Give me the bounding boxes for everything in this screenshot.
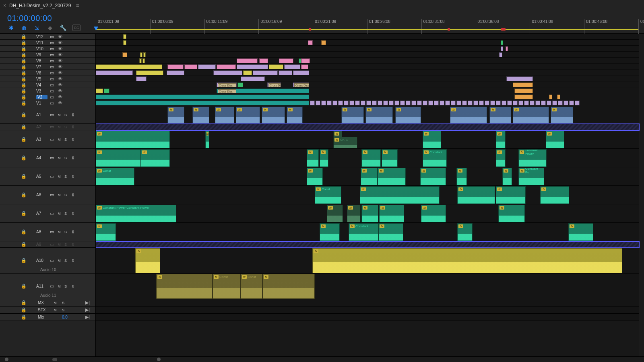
video-clip[interactable]	[269, 64, 283, 69]
summary-track[interactable]: 🔒Mix0.0▶|	[0, 314, 95, 321]
solo-button[interactable]: S	[63, 211, 68, 216]
eye-icon[interactable]: 👁	[56, 76, 64, 82]
audio-clip[interactable]: fx	[141, 149, 170, 167]
lock-icon[interactable]: 🔒	[20, 315, 27, 320]
track-name[interactable]: V9	[36, 53, 47, 57]
video-clip[interactable]	[506, 46, 508, 51]
track-name[interactable]: A11	[36, 284, 47, 288]
audio-clip[interactable]: fx	[287, 107, 303, 123]
video-clip[interactable]	[301, 58, 310, 63]
source-patch-icon[interactable]: ▭	[48, 52, 56, 58]
time-ruler[interactable]: 01:00:01:0901:00:06:0901:00:11:0901:00:1…	[96, 11, 644, 33]
voiceover-mic-icon[interactable]: 🎙	[69, 284, 76, 289]
skip-icon[interactable]: ▶|	[85, 315, 90, 320]
lock-icon[interactable]: 🔒	[20, 64, 27, 70]
video-clip[interactable]: Cross Diss	[267, 82, 281, 87]
audio-clip[interactable]: fx	[205, 131, 209, 148]
audio-clip[interactable]: fx	[167, 107, 184, 123]
video-track-header[interactable]: 🔒V9▭👁	[0, 52, 95, 58]
mute-button[interactable]: M	[56, 229, 62, 235]
track-name[interactable]: A7	[36, 211, 47, 216]
source-patch-icon[interactable]: ▭	[48, 58, 56, 64]
track-lane[interactable]	[96, 100, 639, 106]
video-clip[interactable]	[279, 70, 292, 75]
track-name[interactable]: V11	[36, 41, 47, 45]
track-lane[interactable]	[96, 58, 639, 64]
video-clip[interactable]	[514, 95, 533, 99]
source-patch-icon[interactable]: ▭	[48, 46, 56, 51]
track-name[interactable]: V12	[36, 35, 47, 39]
track-lane[interactable]	[96, 76, 639, 82]
video-track-header[interactable]: 🔒V8▭👁	[0, 58, 95, 64]
track-name[interactable]: A3	[36, 137, 47, 142]
video-clip[interactable]: Cross Diss	[217, 88, 309, 93]
source-patch-icon[interactable]: ▭	[48, 40, 56, 45]
video-clip[interactable]	[136, 76, 147, 81]
eye-icon[interactable]: 👁	[56, 94, 64, 100]
audio-clip[interactable]: fx	[215, 107, 234, 123]
video-clip[interactable]	[136, 70, 163, 75]
sequence-title[interactable]: DH_HJ-Desire_v2.2_200729	[9, 3, 71, 8]
track-name[interactable]: MX	[38, 300, 50, 305]
audio-clip[interactable]: fx	[341, 107, 364, 123]
video-clip[interactable]	[122, 52, 127, 57]
lock-icon[interactable]: 🔒	[20, 82, 27, 88]
lock-icon[interactable]: 🔒	[20, 40, 27, 45]
audio-track-header[interactable]: 🔒A11▭MS🎙Audio 11	[0, 274, 95, 299]
video-clip[interactable]	[501, 40, 503, 45]
video-clip[interactable]	[104, 88, 109, 93]
audio-clip[interactable]: fx	[312, 248, 622, 273]
video-track-header[interactable]: 🔒V12▭👁	[0, 34, 95, 40]
solo-button[interactable]: S	[60, 300, 66, 306]
audio-clip[interactable]: fxConstant Power	[518, 149, 547, 167]
voiceover-mic-icon[interactable]: 🎙	[69, 192, 76, 198]
audio-clip[interactable]: fx	[378, 223, 403, 241]
lock-icon[interactable]: 🔒	[20, 211, 27, 216]
lock-icon[interactable]: 🔒	[20, 52, 27, 58]
video-clip[interactable]	[301, 64, 308, 69]
panel-menu-icon[interactable]: ≡	[76, 2, 79, 9]
source-patch-icon[interactable]: ▭	[48, 70, 56, 76]
voiceover-mic-icon[interactable]: 🎙	[69, 174, 76, 179]
lock-icon[interactable]: 🔒	[20, 76, 27, 82]
mute-button[interactable]: M	[56, 124, 62, 130]
track-lane[interactable]: fxConstant Power Constant Powerfxfxfxfxf…	[96, 204, 639, 223]
audio-track-header[interactable]: 🔒A2▭MS🎙	[0, 124, 95, 130]
lock-icon[interactable]: 🔒	[20, 34, 27, 39]
eye-icon[interactable]: 👁	[56, 88, 64, 94]
magnet-icon[interactable]: ⋒	[21, 25, 27, 31]
audio-clip[interactable]: fx	[262, 107, 285, 123]
track-lane[interactable]	[96, 64, 639, 70]
solo-button[interactable]: S	[63, 174, 68, 179]
eye-icon[interactable]: 👁	[56, 34, 64, 39]
lock-icon[interactable]: 🔒	[20, 307, 27, 313]
track-name[interactable]: SFX	[38, 308, 50, 312]
track-name[interactable]: A9	[36, 242, 47, 247]
source-patch-icon[interactable]: ▭	[48, 112, 56, 118]
track-lane[interactable]: fxfx	[96, 248, 639, 274]
audio-clip[interactable]: fx	[361, 205, 378, 222]
audio-clip[interactable]: fx	[502, 168, 512, 185]
eye-icon[interactable]: 👁	[56, 100, 64, 106]
voiceover-mic-icon[interactable]: 🎙	[69, 211, 76, 216]
track-name[interactable]: V3	[36, 89, 47, 93]
lock-icon[interactable]: 🔒	[20, 284, 27, 289]
audio-clip[interactable]: fxConst	[241, 274, 262, 299]
track-name[interactable]: A5	[36, 174, 47, 179]
audio-clip[interactable]: fx	[307, 168, 323, 185]
audio-clip[interactable]: fx	[96, 223, 116, 241]
audio-track-header[interactable]: 🔒A5▭MS🎙	[0, 167, 95, 186]
audio-clip[interactable]: fx	[236, 107, 260, 123]
lock-icon[interactable]: 🔒	[20, 229, 27, 235]
video-clip[interactable]	[279, 58, 293, 63]
video-clip[interactable]	[243, 70, 252, 75]
video-clip[interactable]	[506, 76, 533, 81]
audio-track-header[interactable]: 🔒A7▭MS🎙	[0, 204, 95, 223]
close-tab-icon[interactable]: ×	[3, 3, 6, 8]
marker-icon[interactable]	[448, 28, 450, 31]
audio-clip[interactable]: fxConstant	[423, 149, 447, 167]
lock-icon[interactable]: 🔒	[20, 155, 27, 161]
audio-track-header[interactable]: 🔒A9▭MS🎙	[0, 241, 95, 248]
video-clip[interactable]: Cross Diss	[217, 82, 237, 87]
linked-selection-icon[interactable]: ⇲	[34, 25, 40, 31]
